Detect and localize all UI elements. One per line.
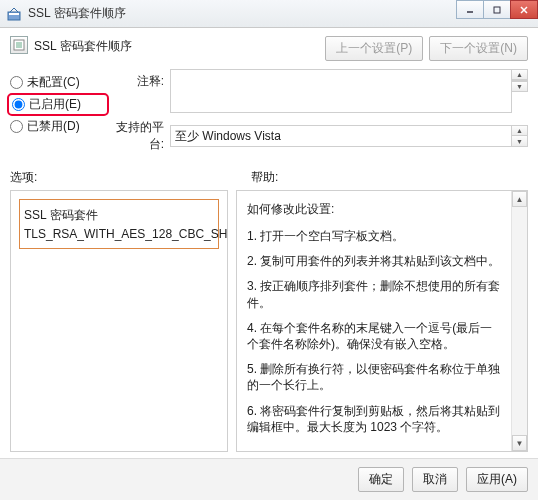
help-step-2: 2. 复制可用套件的列表并将其粘贴到该文档中。: [247, 253, 503, 269]
scroll-track[interactable]: [512, 207, 527, 435]
radio-not-configured[interactable]: 未配置(C): [10, 74, 106, 91]
radio-not-configured-input[interactable]: [10, 76, 23, 89]
svg-rect-3: [494, 7, 500, 13]
ok-button[interactable]: 确定: [358, 467, 404, 492]
help-scrollbar[interactable]: ▲ ▼: [511, 191, 527, 451]
window-controls: [457, 0, 538, 27]
minimize-button[interactable]: [456, 0, 484, 19]
cipher-suite-title: SSL 密码套件: [24, 207, 214, 224]
options-panel: SSL 密码套件 TLS_RSA_WITH_AES_128_CBC_SHA256: [10, 190, 228, 452]
help-step-5: 5. 删除所有换行符，以便密码套件名称位于单独的一个长行上。: [247, 361, 503, 393]
dialog-footer: 确定 取消 应用(A): [0, 458, 538, 500]
options-section-label: 选项:: [10, 169, 251, 186]
platform-value: 至少 Windows Vista: [170, 125, 512, 147]
platform-label: 支持的平台:: [106, 119, 170, 153]
title-bar: SSL 密码套件顺序: [0, 0, 538, 28]
radio-disabled[interactable]: 已禁用(D): [10, 118, 106, 135]
radio-disabled-label: 已禁用(D): [27, 118, 80, 135]
help-section-label: 帮助:: [251, 169, 528, 186]
page-title: SSL 密码套件顺序: [34, 36, 325, 55]
cipher-suite-value[interactable]: TLS_RSA_WITH_AES_128_CBC_SHA256: [24, 227, 214, 241]
comment-label: 注释:: [106, 69, 170, 90]
comment-spin-down[interactable]: ▼: [512, 81, 528, 92]
close-button[interactable]: [510, 0, 538, 19]
help-panel: 如何修改此设置: 1. 打开一个空白写字板文档。 2. 复制可用套件的列表并将其…: [236, 190, 528, 452]
comment-spin-up[interactable]: ▲: [512, 69, 528, 80]
prev-setting-button[interactable]: 上一个设置(P): [325, 36, 423, 61]
cancel-button[interactable]: 取消: [412, 467, 458, 492]
radio-enabled-input[interactable]: [12, 98, 25, 111]
help-step-1: 1. 打开一个空白写字板文档。: [247, 228, 503, 244]
maximize-button[interactable]: [483, 0, 511, 19]
svg-rect-1: [9, 13, 19, 15]
next-setting-button[interactable]: 下一个设置(N): [429, 36, 528, 61]
radio-enabled[interactable]: 已启用(E): [10, 96, 106, 113]
state-radio-group: 未配置(C) 已启用(E) 已禁用(D): [10, 69, 106, 153]
help-step-6: 6. 将密码套件行复制到剪贴板，然后将其粘贴到编辑框中。最大长度为 1023 个…: [247, 403, 503, 435]
help-body: 如何修改此设置: 1. 打开一个空白写字板文档。 2. 复制可用套件的列表并将其…: [237, 191, 511, 451]
app-icon: [6, 6, 22, 22]
help-heading: 如何修改此设置:: [247, 201, 503, 218]
scroll-up-icon[interactable]: ▲: [512, 191, 527, 207]
platform-spin-down[interactable]: ▼: [512, 136, 528, 147]
radio-enabled-label: 已启用(E): [29, 96, 81, 113]
help-step-3: 3. 按正确顺序排列套件；删除不想使用的所有套件。: [247, 278, 503, 310]
page-header: SSL 密码套件顺序 上一个设置(P) 下一个设置(N): [0, 28, 538, 65]
radio-disabled-input[interactable]: [10, 120, 23, 133]
help-step-4: 4. 在每个套件名称的末尾键入一个逗号(最后一个套件名称除外)。确保没有嵌入空格…: [247, 320, 503, 352]
apply-button[interactable]: 应用(A): [466, 467, 528, 492]
window-title: SSL 密码套件顺序: [28, 5, 457, 22]
scroll-down-icon[interactable]: ▼: [512, 435, 527, 451]
policy-icon: [10, 36, 28, 54]
platform-spin-up[interactable]: ▲: [512, 125, 528, 136]
radio-not-configured-label: 未配置(C): [27, 74, 80, 91]
cipher-suite-box: SSL 密码套件 TLS_RSA_WITH_AES_128_CBC_SHA256: [19, 199, 219, 249]
comment-input[interactable]: [170, 69, 512, 113]
